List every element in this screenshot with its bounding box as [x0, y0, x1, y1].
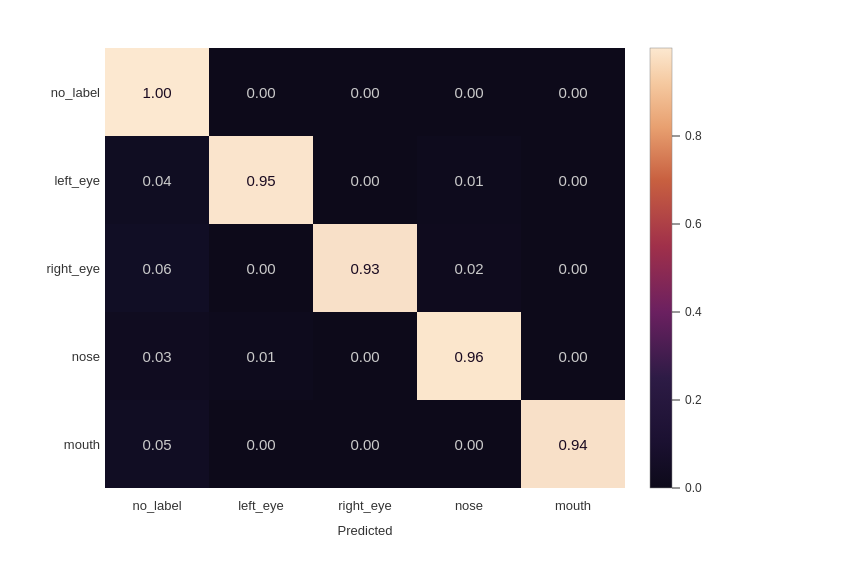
- y-label-1: left_eye: [54, 173, 100, 188]
- val-4-4: 0.94: [558, 436, 587, 453]
- colorbar-rect: [650, 48, 672, 488]
- val-3-0: 0.03: [142, 348, 171, 365]
- x-label-1: left_eye: [238, 498, 284, 513]
- val-4-0: 0.05: [142, 436, 171, 453]
- y-label-3: nose: [72, 349, 100, 364]
- val-0-2: 0.00: [350, 84, 379, 101]
- val-3-1: 0.01: [246, 348, 275, 365]
- val-3-3: 0.96: [454, 348, 483, 365]
- x-label-2: right_eye: [338, 498, 391, 513]
- y-label-4: mouth: [64, 437, 100, 452]
- x-axis-title: Predicted: [338, 523, 393, 538]
- val-1-1: 0.95: [246, 172, 275, 189]
- y-label-0: no_label: [51, 85, 100, 100]
- val-4-3: 0.00: [454, 436, 483, 453]
- colorbar-label-04: 0.4: [685, 305, 702, 319]
- y-label-2: right_eye: [47, 261, 100, 276]
- val-1-4: 0.00: [558, 172, 587, 189]
- val-4-1: 0.00: [246, 436, 275, 453]
- chart-container: 1.00 0.00 0.00 0.00 0.00 0.04 0.95 0.00 …: [0, 0, 849, 566]
- val-2-4: 0.00: [558, 260, 587, 277]
- matrix-grid: 1.00 0.00 0.00 0.00 0.00 0.04 0.95 0.00 …: [105, 48, 625, 488]
- colorbar-label-08: 0.8: [685, 129, 702, 143]
- confusion-matrix-svg: 1.00 0.00 0.00 0.00 0.00 0.04 0.95 0.00 …: [0, 0, 849, 566]
- val-4-2: 0.00: [350, 436, 379, 453]
- colorbar-label-0: 0.0: [685, 481, 702, 495]
- val-2-2: 0.93: [350, 260, 379, 277]
- val-1-3: 0.01: [454, 172, 483, 189]
- x-label-3: nose: [455, 498, 483, 513]
- val-0-1: 0.00: [246, 84, 275, 101]
- val-1-2: 0.00: [350, 172, 379, 189]
- x-label-4: mouth: [555, 498, 591, 513]
- val-2-0: 0.06: [142, 260, 171, 277]
- val-0-3: 0.00: [454, 84, 483, 101]
- x-label-0: no_label: [132, 498, 181, 513]
- val-2-3: 0.02: [454, 260, 483, 277]
- val-1-0: 0.04: [142, 172, 171, 189]
- val-3-4: 0.00: [558, 348, 587, 365]
- val-2-1: 0.00: [246, 260, 275, 277]
- val-3-2: 0.00: [350, 348, 379, 365]
- colorbar-label-02: 0.2: [685, 393, 702, 407]
- val-0-4: 0.00: [558, 84, 587, 101]
- colorbar-label-06: 0.6: [685, 217, 702, 231]
- val-0-0: 1.00: [142, 84, 171, 101]
